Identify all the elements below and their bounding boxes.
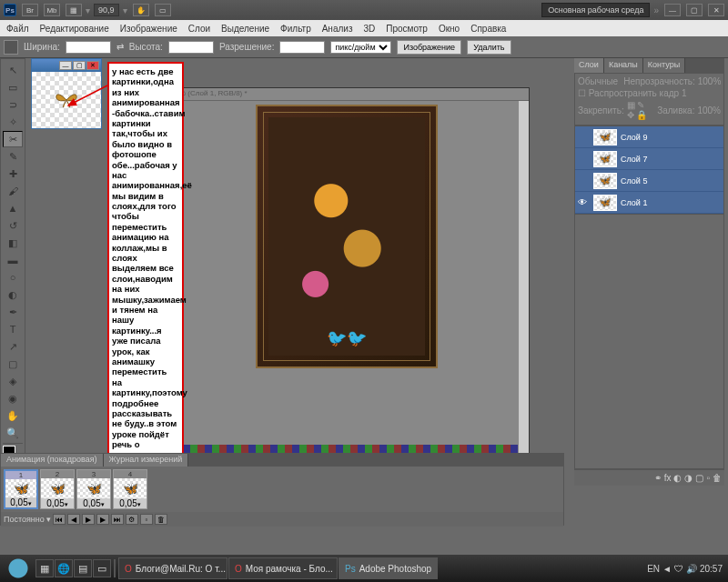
delete-button[interactable]: Удалить — [467, 40, 511, 55]
height-input[interactable] — [168, 41, 214, 54]
menu-view[interactable]: Просмотр — [381, 23, 432, 35]
tab-layers[interactable]: Слои — [574, 58, 604, 73]
type-tool[interactable]: T — [3, 321, 23, 337]
path-tool[interactable]: ↗ — [3, 338, 23, 355]
blend-mode[interactable]: Обычные — [578, 76, 618, 86]
window-titlebar[interactable]: — ▢ ✕ — [32, 59, 101, 72]
lasso-tool[interactable]: ⊃ — [3, 96, 23, 113]
unit-select[interactable]: пикс/дюйм — [330, 41, 391, 54]
crop-tool-icon[interactable] — [4, 40, 18, 55]
frame[interactable]: 2🦋0,05▾ — [40, 469, 75, 509]
minimize-icon[interactable]: — — [664, 4, 681, 16]
history-brush-tool[interactable]: ↺ — [3, 217, 23, 234]
3d-tool[interactable]: ◈ — [3, 373, 23, 389]
close-icon[interactable]: ✕ — [708, 4, 724, 16]
mask-icon[interactable]: ◐ — [673, 473, 682, 483]
ql-desktop-icon[interactable]: ▭ — [93, 559, 111, 577]
new-frame-icon[interactable]: ▫ — [140, 514, 153, 525]
eraser-tool[interactable]: ◧ — [3, 235, 23, 251]
document-title[interactable]: % (Слой 1, RGB/8) * — [176, 88, 529, 101]
resolution-input[interactable] — [279, 41, 325, 54]
new-layer-icon[interactable]: ▫ — [706, 473, 710, 483]
tray-icon[interactable]: 🛡 — [674, 564, 683, 574]
close-icon[interactable]: ✕ — [86, 61, 99, 70]
layer-thumb[interactable]: 🦋 — [593, 129, 617, 146]
zoom-level[interactable]: 90,9 — [94, 4, 119, 16]
crop-tool[interactable]: ✂ — [3, 131, 23, 147]
prev-frame-icon[interactable]: ◀ — [67, 514, 80, 525]
layer-thumb[interactable]: 🦋 — [593, 173, 617, 189]
marquee-tool[interactable]: ▭ — [3, 79, 23, 95]
dodge-tool[interactable]: ◐ — [3, 286, 23, 303]
play-icon[interactable]: ▶ — [82, 514, 95, 525]
workspace-switcher[interactable]: Основная рабочая среда — [541, 3, 650, 17]
ql-browser-icon[interactable]: 🌐 — [55, 559, 73, 577]
next-frame-icon[interactable]: ▶ — [96, 514, 109, 525]
ql-notepad-icon[interactable]: ▤ — [74, 559, 92, 577]
frame[interactable]: 4🦋0,05▾ — [113, 469, 147, 509]
start-button[interactable] — [2, 557, 35, 580]
hand-tool[interactable]: ✋ — [3, 407, 23, 424]
view-icon[interactable]: ▦ — [66, 4, 82, 16]
ruler-icon[interactable]: ▭ — [155, 4, 171, 16]
menu-3d[interactable]: 3D — [359, 23, 379, 35]
frame[interactable]: 1🦋0,05▾ — [4, 469, 38, 509]
opacity-value[interactable]: 100% — [698, 76, 722, 86]
bridge-icon[interactable]: Br — [22, 4, 38, 16]
folder-icon[interactable]: ▢ — [695, 473, 703, 483]
layer-thumb[interactable]: 🦋 — [593, 151, 617, 167]
move-tool[interactable]: ↖ — [3, 62, 23, 78]
menu-help[interactable]: Справка — [466, 23, 511, 35]
fill-value[interactable]: 100% — [697, 105, 721, 115]
menu-analysis[interactable]: Анализ — [318, 23, 358, 35]
wand-tool[interactable]: ✧ — [3, 114, 23, 130]
task-opera2[interactable]: OМоя рамочка - Бло... — [228, 557, 338, 579]
trash-icon[interactable]: 🗑 — [713, 473, 722, 483]
image-button[interactable]: Изображение — [397, 40, 461, 55]
menu-edit[interactable]: Редактирование — [35, 23, 114, 35]
layer-row[interactable]: 🦋Слой 5 — [575, 170, 723, 192]
tab-paths[interactable]: Контуры — [643, 58, 685, 73]
ql-explorer-icon[interactable]: ▦ — [35, 559, 54, 577]
shape-tool[interactable]: ▢ — [3, 356, 23, 372]
link-icon[interactable]: ⚭ — [654, 473, 662, 483]
stamp-tool[interactable]: ▲ — [3, 200, 23, 216]
first-frame-icon[interactable]: ⏮ — [53, 514, 66, 525]
zoom-tool[interactable]: 🔍 — [3, 425, 23, 441]
frame[interactable]: 3🦋0,05▾ — [76, 469, 111, 509]
layer-name[interactable]: Слой 5 — [621, 176, 647, 186]
layer-name[interactable]: Слой 7 — [621, 155, 647, 164]
vertical-scrollbar[interactable] — [518, 101, 529, 457]
pen-tool[interactable]: ✒ — [3, 304, 23, 320]
system-tray[interactable]: EN ◄ 🛡 🔊 20:57 — [643, 564, 726, 574]
eyedropper-tool[interactable]: ✎ — [3, 148, 23, 165]
layer-row[interactable]: 🦋Слой 9 — [575, 126, 723, 148]
menu-image[interactable]: Изображение — [116, 23, 182, 35]
menu-file[interactable]: Файл — [2, 23, 34, 35]
tween-icon[interactable]: ⚙ — [126, 514, 138, 525]
tab-animation[interactable]: Анимация (покадровая) — [1, 454, 104, 467]
task-opera[interactable]: OБлоги@Mail.Ru: О т... — [118, 557, 228, 579]
blur-tool[interactable]: ○ — [3, 269, 23, 286]
task-photoshop[interactable]: PsAdobe Photoshop — [339, 557, 438, 579]
adjust-icon[interactable]: ◑ — [684, 473, 693, 483]
butterfly-window[interactable]: — ▢ ✕ — [31, 58, 102, 129]
layer-name[interactable]: Слой 1 — [621, 198, 647, 207]
spread-checkbox[interactable]: ☐ Распространить кадр 1 — [578, 88, 687, 98]
gradient-tool[interactable]: ▬ — [3, 252, 23, 268]
menu-layer[interactable]: Слои — [184, 23, 215, 35]
delete-frame-icon[interactable]: 🗑 — [155, 514, 167, 525]
layer-row[interactable]: 👁🦋Слой 1 — [575, 192, 723, 214]
last-frame-icon[interactable]: ⏭ — [111, 514, 124, 525]
tab-measure[interactable]: Журнал измерений — [104, 454, 189, 467]
min-icon[interactable]: — — [59, 61, 72, 70]
tray-icon[interactable]: 🔊 — [686, 564, 697, 574]
menu-select[interactable]: Выделение — [217, 23, 274, 35]
loop-select[interactable]: Постоянно — [4, 515, 45, 524]
tray-icon[interactable]: ◄ — [662, 564, 672, 574]
heal-tool[interactable]: ✚ — [3, 166, 23, 182]
hand-icon[interactable]: ✋ — [133, 4, 149, 16]
swap-icon[interactable]: ⇄ — [116, 42, 124, 52]
tab-channels[interactable]: Каналы — [604, 58, 643, 73]
lang-indicator[interactable]: EN — [647, 564, 660, 574]
